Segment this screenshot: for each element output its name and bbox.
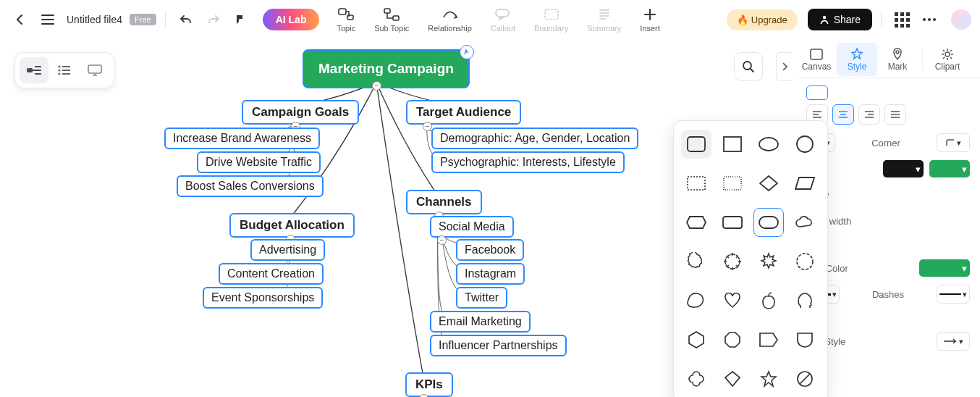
- shape-octagon[interactable]: [717, 325, 748, 354]
- connector-style-select[interactable]: ▾: [937, 332, 970, 351]
- shape-spiky[interactable]: [753, 247, 784, 276]
- node-psychographic[interactable]: Psychographic: Interests, Lifestyle: [431, 151, 625, 173]
- shape-burst2[interactable]: [717, 247, 748, 276]
- node-campaign-goals[interactable]: Campaign Goals: [242, 100, 359, 125]
- menu-button[interactable]: [36, 8, 59, 31]
- node-increase-brand-awareness[interactable]: Increase Brand Awareness: [164, 128, 320, 149]
- svg-rect-4: [496, 9, 509, 17]
- align-justify-button[interactable]: [884, 104, 906, 125]
- shape-no[interactable]: [790, 364, 820, 393]
- boundary-label: Boundary: [534, 24, 568, 33]
- apps-button[interactable]: [890, 8, 913, 31]
- collapse-toggle[interactable]: −: [423, 122, 432, 131]
- border-section-header: r: [806, 241, 970, 251]
- tab-canvas[interactable]: Canvas: [796, 43, 837, 76]
- avatar[interactable]: [951, 9, 971, 30]
- divider: [165, 12, 166, 28]
- align-row: [806, 104, 970, 125]
- border-color-swatch[interactable]: ▾: [919, 259, 970, 277]
- node-instagram[interactable]: Instagram: [456, 263, 525, 285]
- subtopic-tool[interactable]: Sub Topic: [367, 7, 416, 33]
- relationship-tool[interactable]: Relationship: [421, 7, 479, 33]
- shape-heart[interactable]: [717, 286, 748, 315]
- node-channels[interactable]: Channels: [406, 190, 482, 214]
- share-button[interactable]: Share: [808, 9, 872, 30]
- shape-tag[interactable]: [753, 325, 784, 354]
- summary-tool[interactable]: Summary: [580, 7, 628, 33]
- collapse-toggle[interactable]: −: [437, 235, 447, 245]
- shape-shield[interactable]: [790, 325, 820, 354]
- tab-clipart[interactable]: Clipart: [927, 43, 968, 76]
- shape-pill[interactable]: [753, 208, 784, 237]
- shape-dotted-rect[interactable]: [717, 169, 748, 198]
- node-social-media[interactable]: Social Media: [430, 216, 514, 238]
- shape-indicator[interactable]: [806, 85, 828, 100]
- node-budget-allocation[interactable]: Budget Allocation: [229, 213, 355, 238]
- node-drive-website-traffic[interactable]: Drive Website Traffic: [197, 151, 321, 173]
- upgrade-button[interactable]: 🔥Upgrade: [727, 9, 798, 30]
- shape-burst1[interactable]: [681, 247, 711, 276]
- node-facebook[interactable]: Facebook: [456, 239, 524, 261]
- shape-hexagon-h[interactable]: [681, 208, 711, 237]
- undo-button[interactable]: [174, 8, 198, 31]
- file-name[interactable]: Untitled file4: [67, 14, 122, 25]
- shape-head[interactable]: [790, 286, 820, 315]
- collapse-toggle[interactable]: −: [372, 81, 381, 91]
- svg-rect-21: [724, 137, 741, 151]
- topic-tool[interactable]: Topic: [329, 7, 363, 33]
- align-right-button[interactable]: [858, 104, 880, 125]
- dashes-select[interactable]: ▾: [937, 285, 970, 304]
- node-target-audience[interactable]: Target Audience: [406, 100, 521, 125]
- node-demographic[interactable]: Demographic: Age, Gender, Location: [431, 128, 638, 149]
- shape-gem[interactable]: [717, 364, 748, 393]
- shape-parallelogram[interactable]: [790, 169, 820, 198]
- shape-rect[interactable]: [717, 130, 748, 159]
- root-node[interactable]: Marketing Campaign: [303, 49, 470, 88]
- tab-mark[interactable]: Mark: [877, 43, 918, 76]
- boundary-tool[interactable]: Boundary: [527, 7, 575, 33]
- insert-tool[interactable]: Insert: [633, 7, 667, 33]
- back-button[interactable]: [9, 8, 32, 31]
- more-button[interactable]: [918, 8, 941, 31]
- shape-scalloped[interactable]: [790, 247, 820, 276]
- align-center-button[interactable]: [832, 104, 854, 125]
- svg-point-6: [822, 16, 825, 19]
- node-influencer-partnerships[interactable]: Influencer Partnerships: [430, 335, 567, 356]
- insert-label: Insert: [640, 24, 660, 33]
- node-event-sponsorships[interactable]: Event Sponsorships: [203, 287, 323, 309]
- shape-ellipse[interactable]: [753, 130, 784, 159]
- ai-lab-button[interactable]: AI Lab: [263, 9, 320, 30]
- shape-rounded-rect[interactable]: [681, 130, 711, 159]
- ai-badge-icon[interactable]: [460, 45, 474, 59]
- tab-style[interactable]: Style: [837, 43, 877, 76]
- shape-apple[interactable]: [753, 286, 784, 315]
- shape-hexagon[interactable]: [681, 325, 711, 354]
- shape-star[interactable]: [753, 364, 784, 393]
- node-twitter[interactable]: Twitter: [456, 287, 507, 309]
- shape-blob[interactable]: [681, 286, 711, 315]
- shape-stadium[interactable]: [717, 208, 748, 237]
- node-boost-sales-conversions[interactable]: Boost Sales Conversions: [177, 175, 324, 197]
- callout-label: Callout: [491, 24, 515, 33]
- corner-select[interactable]: ▾: [937, 133, 970, 152]
- fill-secondary-swatch[interactable]: ▾: [883, 160, 924, 177]
- root-label: Marketing Campaign: [318, 61, 454, 76]
- callout-tool[interactable]: Callout: [483, 7, 523, 33]
- svg-rect-20: [688, 137, 705, 151]
- node-kpis[interactable]: KPIs: [405, 372, 453, 397]
- shape-circle[interactable]: [790, 130, 820, 159]
- node-advertising[interactable]: Advertising: [250, 239, 325, 261]
- shape-dashed-rect[interactable]: [681, 169, 711, 198]
- shape-diamond[interactable]: [753, 169, 784, 198]
- shape-cloud[interactable]: [790, 208, 820, 237]
- share-label: Share: [834, 14, 861, 25]
- shape-quatrefoil[interactable]: [681, 364, 711, 393]
- fill-primary-swatch[interactable]: ▾: [929, 160, 970, 177]
- format-painter-button[interactable]: [229, 8, 253, 31]
- node-email-marketing[interactable]: Email Marketing: [430, 311, 531, 333]
- redo-button[interactable]: [202, 8, 225, 31]
- node-content-creation[interactable]: Content Creation: [219, 263, 324, 285]
- tab-mark-label: Mark: [888, 62, 908, 72]
- tab-style-label: Style: [848, 62, 867, 72]
- svg-point-22: [759, 138, 778, 151]
